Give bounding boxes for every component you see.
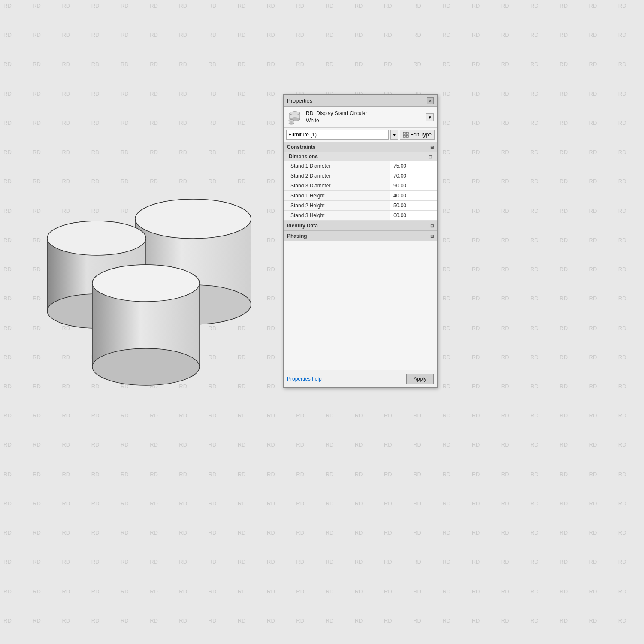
property-label-stand1-diameter: Stand 1 Diameter (284, 161, 390, 171)
svg-point-27 (289, 120, 294, 121)
property-value-stand1-height[interactable]: 40.00 (390, 191, 437, 200)
panel-footer: Properties help Apply (284, 370, 437, 387)
property-value-stand2-height[interactable]: 50.00 (390, 201, 437, 210)
property-row-stand2-diameter: Stand 2 Diameter 70.00 (284, 171, 437, 181)
property-value-stand1-diameter[interactable]: 75.00 (390, 161, 437, 171)
property-row-stand1-height: Stand 1 Height 40.00 (284, 191, 437, 201)
edit-type-label: Edit Type (410, 132, 432, 138)
property-row-stand3-height: Stand 3 Height 60.00 (284, 211, 437, 221)
svg-rect-31 (406, 135, 408, 137)
constraints-collapse-icon: ⊞ (430, 145, 434, 150)
object-dropdown-button[interactable]: ▼ (426, 113, 434, 121)
svg-rect-30 (403, 135, 405, 137)
panel-close-button[interactable]: × (427, 97, 434, 104)
subsection-dimensions[interactable]: Dimensions ⊟ (284, 152, 437, 161)
section-identity-data[interactable]: Identity Data ⊞ (284, 221, 437, 231)
property-value-stand3-diameter[interactable]: 90.00 (390, 181, 437, 190)
svg-point-26 (289, 123, 294, 124)
property-value-stand3-height[interactable]: 60.00 (390, 211, 437, 220)
phasing-collapse-icon: ⊞ (430, 234, 434, 239)
apply-button[interactable]: Apply (406, 374, 434, 384)
section-phasing[interactable]: Phasing ⊞ (284, 231, 437, 241)
properties-panel: Properties × RD_Display Stand Circular W… (283, 94, 438, 388)
svg-rect-28 (403, 132, 405, 134)
cylinder-illustration (9, 86, 283, 386)
property-row-stand2-height: Stand 2 Height 50.00 (284, 201, 437, 211)
category-dropdown-arrow[interactable]: ▼ (390, 130, 398, 140)
property-label-stand3-height: Stand 3 Height (284, 211, 390, 220)
object-header: RD_Display Stand Circular White ▼ (284, 107, 437, 128)
section-constraints[interactable]: Constraints ⊞ (284, 142, 437, 152)
svg-point-5 (135, 199, 251, 239)
category-row: Furniture (1) ▼ Edit Type (284, 128, 437, 142)
property-row-stand3-diameter: Stand 3 Diameter 90.00 (284, 181, 437, 191)
panel-titlebar: Properties × (284, 95, 437, 107)
identity-data-collapse-icon: ⊞ (430, 224, 434, 228)
edit-type-button[interactable]: Edit Type (400, 130, 435, 140)
empty-space (284, 241, 437, 370)
property-label-stand2-height: Stand 2 Height (284, 201, 390, 210)
property-row-stand1-diameter: Stand 1 Diameter 75.00 (284, 161, 437, 171)
object-icon (287, 109, 302, 125)
object-name: RD_Display Stand Circular White (306, 110, 423, 124)
category-select[interactable]: Furniture (1) (286, 130, 389, 140)
svg-point-11 (47, 221, 146, 255)
cylinder-stand2 (92, 265, 200, 385)
property-label-stand1-height: Stand 1 Height (284, 191, 390, 200)
property-label-stand3-diameter: Stand 3 Diameter (284, 181, 390, 190)
edit-type-icon (403, 132, 409, 138)
svg-point-17 (92, 265, 200, 302)
properties-body: Constraints ⊞ Dimensions ⊟ Stand 1 Diame… (284, 142, 437, 370)
properties-help-link[interactable]: Properties help (287, 376, 322, 382)
svg-point-23 (290, 112, 300, 115)
dimensions-collapse-icon: ⊟ (429, 154, 432, 159)
svg-point-16 (92, 348, 200, 385)
svg-rect-29 (406, 132, 408, 134)
property-value-stand2-diameter[interactable]: 70.00 (390, 171, 437, 181)
panel-title: Properties (287, 97, 312, 104)
property-label-stand2-diameter: Stand 2 Diameter (284, 171, 390, 181)
